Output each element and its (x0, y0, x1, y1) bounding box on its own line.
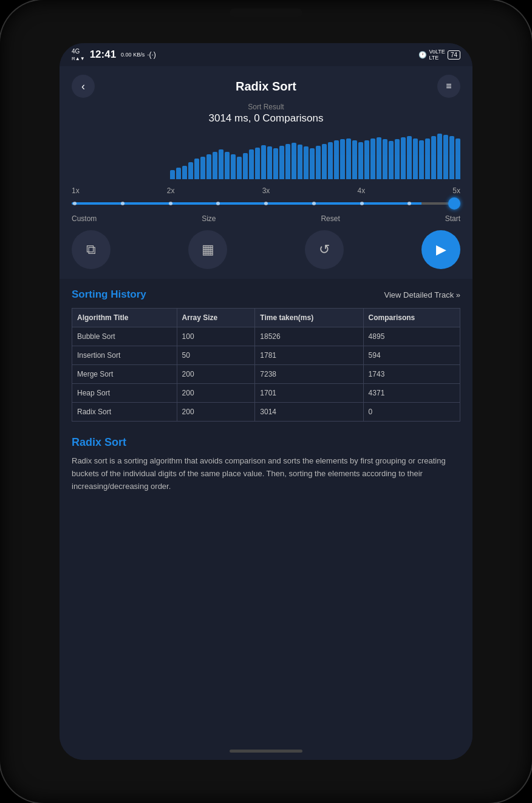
chart-bar-item (298, 145, 302, 179)
wifi-icon: ·(·) (147, 50, 156, 59)
speed-labels: 1x 2x 3x 4x 5x (72, 186, 460, 195)
menu-button[interactable]: ≡ (437, 75, 460, 98)
dot-5 (264, 202, 268, 205)
cell-comparisons: 0 (363, 403, 460, 422)
cell-comparisons: 4371 (363, 384, 460, 403)
sort-result-label: Sort Result (248, 103, 284, 111)
chart-bar-item (340, 139, 345, 179)
chart-bar-item (219, 149, 223, 179)
action-labels: Custom Size Reset Start (72, 214, 460, 223)
chart-bar-item (425, 138, 430, 180)
chart-bar-item (182, 166, 187, 180)
cell-timeTaken: 18526 (255, 327, 363, 346)
chart-bar-item (443, 135, 448, 180)
algorithm-info: Radix Sort Radix sort is a sorting algor… (72, 436, 460, 493)
phone-notch (230, 9, 302, 17)
col-algorithm: Algorithm Title (72, 309, 177, 327)
dot-2 (121, 202, 124, 205)
speed-3x: 3x (262, 186, 270, 195)
view-track-link[interactable]: View Detailed Track » (384, 290, 461, 299)
size-button[interactable]: ▦ (188, 230, 227, 269)
chart-bar-item (389, 141, 394, 179)
clock-icon: 🕐 (418, 51, 427, 59)
table-row: Heap Sort20017014371 (72, 384, 460, 403)
cell-algorithm: Bubble Sort (72, 327, 177, 346)
chart-bar-item (273, 148, 278, 179)
speed-1x: 1x (72, 186, 80, 195)
dot-1 (73, 202, 77, 205)
chart-bar-item (413, 138, 418, 180)
size-icon: ▦ (202, 242, 214, 258)
chart-bar-item (383, 139, 387, 179)
cell-algorithm: Merge Sort (72, 365, 177, 384)
chart-bar-item (285, 144, 290, 180)
chart-bar-item (279, 146, 284, 180)
col-comparisons: Comparisons (363, 309, 460, 327)
chart-bar-item (352, 140, 357, 180)
chart-bar-item (206, 154, 211, 179)
label-reset: Reset (321, 214, 339, 223)
play-icon: ▶ (436, 242, 446, 258)
speed-4x: 4x (357, 186, 365, 195)
battery-indicator: 74 (448, 50, 460, 60)
speed-5x: 5x (452, 186, 460, 195)
cell-arraySize: 50 (177, 346, 255, 365)
chart-bar-item (437, 134, 442, 179)
cell-arraySize: 200 (177, 403, 255, 422)
signal-indicator: 4GR▲▼ (72, 48, 85, 61)
chart-bar-item (261, 145, 266, 179)
chart-bar-item (377, 137, 381, 179)
chart-bar-item (370, 138, 375, 180)
chart-bar-item (243, 153, 248, 180)
dot-3 (169, 202, 172, 205)
chart-bar-item (225, 152, 230, 179)
dot-8 (408, 202, 411, 205)
back-button[interactable]: ‹ (72, 75, 95, 98)
chart-bar-item (395, 139, 400, 179)
custom-button[interactable]: ⧉ (72, 230, 111, 269)
reset-button[interactable]: ↺ (305, 230, 344, 269)
phone-frame: 4GR▲▼ 12:41 0.00 KB/s ·(·) 🕐 VoLTELTE 74… (0, 0, 532, 803)
cell-arraySize: 100 (177, 327, 255, 346)
chart-bar-item (358, 142, 363, 180)
chart-bar-item (176, 168, 181, 179)
speed-slider[interactable] (72, 197, 460, 210)
cell-timeTaken: 1701 (255, 384, 363, 403)
sorting-history-title: Sorting History (72, 289, 146, 301)
chart-bar-item (188, 162, 193, 180)
cell-arraySize: 200 (177, 365, 255, 384)
chart-bar-item (334, 140, 339, 179)
reset-icon: ↺ (319, 242, 330, 258)
chart-bar-item (237, 157, 242, 180)
chart-bar-item (455, 138, 460, 180)
chart-bar-item (267, 146, 272, 179)
table-row: Merge Sort20072381743 (72, 365, 460, 384)
play-button[interactable]: ▶ (421, 230, 460, 269)
action-buttons: ⧉ ▦ ↺ ▶ (72, 230, 460, 279)
custom-icon: ⧉ (86, 242, 96, 258)
col-time: Time taken(ms) (255, 309, 363, 327)
chart-bar-item (231, 154, 236, 179)
chart-bar-item (322, 144, 327, 180)
cell-comparisons: 4895 (363, 327, 460, 346)
algorithm-title: Radix Sort (72, 436, 460, 449)
label-start: Start (445, 214, 460, 223)
speed-2x: 2x (167, 186, 175, 195)
chart-bar-item (249, 149, 254, 179)
label-size: Size (202, 214, 216, 223)
table-header-row: Algorithm Title Array Size Time taken(ms… (72, 309, 460, 327)
content-area: Sorting History View Detailed Track » Al… (60, 279, 472, 742)
history-table: Algorithm Title Array Size Time taken(ms… (72, 308, 460, 422)
chart-bar-item (364, 140, 369, 180)
controls-area: 1x 2x 3x 4x 5x (60, 179, 472, 279)
chart-bar-item (401, 137, 406, 179)
chart-area (72, 131, 460, 179)
chart-bar-item (200, 157, 205, 180)
slider-dots (72, 202, 460, 205)
table-row: Insertion Sort501781594 (72, 346, 460, 365)
lte-indicator: VoLTELTE (429, 49, 445, 61)
dot-6 (312, 202, 316, 205)
cell-arraySize: 200 (177, 384, 255, 403)
cell-timeTaken: 3014 (255, 403, 363, 422)
slider-thumb[interactable] (448, 197, 460, 210)
